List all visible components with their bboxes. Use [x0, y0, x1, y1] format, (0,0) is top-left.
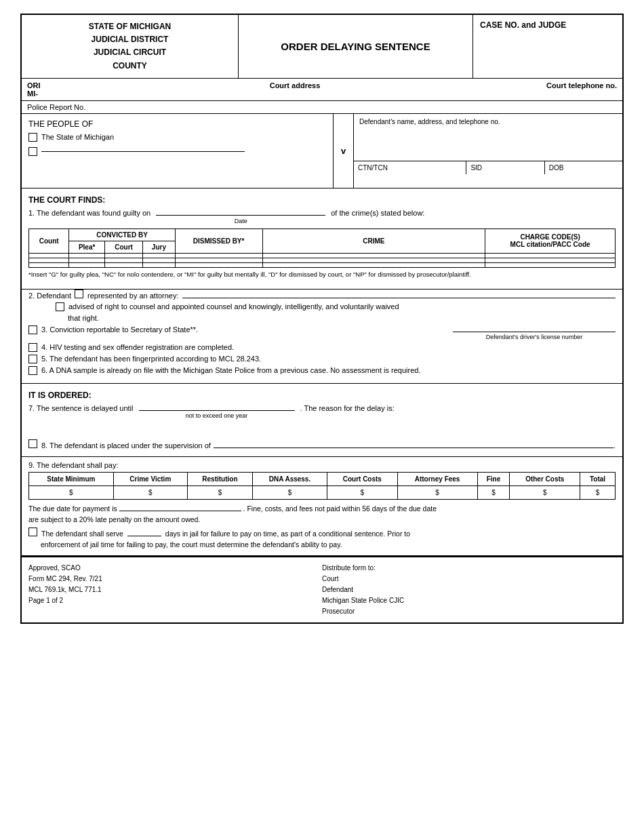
ori-row: ORI MI- Court address Court telephone no… [22, 79, 622, 101]
item8-checkbox[interactable] [28, 439, 37, 448]
item5-checkbox[interactable] [28, 355, 37, 363]
item4-checkbox[interactable] [28, 343, 37, 352]
people-defendant-row: THE PEOPLE OF The State of Michigan v De… [22, 114, 622, 188]
court-cell[interactable] [105, 253, 143, 258]
police-report-label: Police Report No. [27, 103, 85, 111]
payment-jail-line: The defendant shall serve days in jail f… [28, 528, 616, 538]
judicial-district-label: JUDICIAL DISTRICT [28, 33, 231, 46]
crime-cell[interactable] [262, 262, 485, 267]
finding-item6: 6. A DNA sample is already on file with … [28, 366, 616, 375]
jail-checkbox[interactable] [28, 528, 37, 536]
jury-header: Jury [143, 241, 176, 253]
defendant-info-field: Defendant's name, address, and telephone… [354, 114, 622, 161]
state-min-cell[interactable]: $ [29, 485, 114, 499]
mcl-label: MCL 769.1k, MCL 771.1 [28, 584, 322, 595]
ori-block: ORI MI- [27, 81, 81, 98]
dna-assess-cell[interactable]: $ [252, 485, 327, 499]
finding-item4: 4. HIV testing and sex offender registra… [28, 343, 616, 352]
attorney-name-field[interactable] [182, 298, 616, 298]
ordered-item8: 8. The defendant is placed under the sup… [28, 439, 616, 450]
item8-period: . [613, 441, 616, 450]
payment-note: The due date for payment is . Fine, cost… [28, 504, 616, 525]
state-min-header: State Minimum [29, 472, 114, 485]
ordered-section: IT IS ORDERED: 7. The sentence is delaye… [22, 384, 622, 457]
count-cell[interactable] [29, 253, 69, 258]
enforcement-line: enforcement of jail time for failing to … [41, 540, 616, 549]
jail-prefix: The defendant shall serve [41, 530, 123, 538]
dl-number-field[interactable] [453, 332, 616, 332]
penalty-line: are subject to a 20% late penalty on the… [28, 515, 200, 523]
jury-cell[interactable] [143, 253, 176, 258]
defendant-label: Defendant [322, 584, 616, 595]
form-label: Form MC 294, Rev. 7/21 [28, 574, 322, 584]
plea-cell[interactable] [69, 253, 105, 258]
other-costs-header: Other Costs [510, 472, 580, 485]
other-costs-cell[interactable]: $ [510, 485, 580, 499]
that-right-text: that right. [68, 314, 99, 322]
defendant-bottom-row: CTN/TCN SID DOB [354, 161, 622, 174]
court-finds-section: THE COURT FINDS: 1. The defendant was fo… [22, 188, 622, 290]
fine-cell[interactable]: $ [477, 485, 510, 499]
other-plaintiff-checkbox[interactable] [28, 147, 37, 156]
page-label: Page 1 of 2 [28, 595, 322, 606]
jury-cell[interactable] [143, 262, 176, 267]
total-cell[interactable]: $ [580, 485, 616, 499]
item7-suffix: . The reason for the delay is: [300, 404, 395, 412]
defendant-col: Defendant's name, address, and telephone… [354, 114, 622, 188]
plea-cell[interactable] [69, 262, 105, 267]
attorney-fees-header: Attorney Fees [397, 472, 477, 485]
defendant-info-label: Defendant's name, address, and telephone… [359, 118, 500, 125]
supervision-field[interactable] [214, 448, 613, 448]
crime-cell[interactable] [262, 258, 485, 262]
charge-code-cell[interactable] [485, 258, 616, 262]
item2-checkbox[interactable] [75, 290, 83, 298]
due-date-prefix: The due date for payment is [28, 504, 117, 513]
crime-cell[interactable] [262, 253, 485, 258]
finding-item3: 3. Conviction reportable to Secretary of… [28, 325, 616, 340]
payment-row: $ $ $ $ $ $ $ $ $ [29, 485, 616, 499]
court-costs-cell[interactable]: $ [327, 485, 398, 499]
item1-date-field[interactable] [156, 215, 325, 216]
court-cell[interactable] [105, 262, 143, 267]
charge-code-cell[interactable] [485, 262, 616, 267]
state-michigan-checkbox[interactable] [28, 133, 37, 142]
ordered-title: IT IS ORDERED: [28, 391, 616, 400]
crime-table-footnote: *Insert "G" for guilty plea, "NC" for no… [28, 271, 616, 278]
prosecutor-label: Prosecutor [322, 606, 616, 617]
charge-code-cell[interactable] [485, 253, 616, 258]
court-costs-header: Court Costs [327, 472, 398, 485]
item1-suffix: of the crime(s) stated below: [331, 209, 424, 217]
count-cell[interactable] [29, 258, 69, 262]
restitution-cell[interactable]: $ [187, 485, 252, 499]
due-date-field[interactable] [119, 511, 241, 511]
dismissed-cell[interactable] [175, 258, 262, 262]
plea-cell[interactable] [69, 258, 105, 262]
item6-checkbox[interactable] [28, 366, 37, 375]
footer-right: Distribute form to: Court Defendant Mich… [322, 563, 616, 617]
count-cell[interactable] [29, 262, 69, 267]
table-row [29, 262, 616, 267]
footer: Approved, SCAO Form MC 294, Rev. 7/21 MC… [22, 556, 622, 622]
crime-victim-cell[interactable]: $ [113, 485, 187, 499]
attorney-fees-cell[interactable]: $ [397, 485, 477, 499]
item4-text: 4. HIV testing and sex offender registra… [41, 343, 234, 351]
findings-section: 2. Defendant represented by an attorney:… [22, 290, 622, 384]
charge-codes-header: CHARGE CODE(S) MCL citation/PACC Code [485, 229, 616, 253]
court-cell[interactable] [105, 258, 143, 262]
dismissed-cell[interactable] [175, 253, 262, 258]
jury-cell[interactable] [143, 258, 176, 262]
mi-state-police-label: Michigan State Police CJIC [322, 595, 616, 606]
dismissed-cell[interactable] [175, 262, 262, 267]
court-finds-title: THE COURT FINDS: [28, 195, 616, 205]
state-michigan-label: STATE OF MICHIGAN [28, 20, 231, 33]
item2-prefix: 2. Defendant [28, 292, 71, 300]
advised-checkbox[interactable] [56, 302, 64, 311]
item3-left: 3. Conviction reportable to Secretary of… [28, 325, 198, 334]
sid-label: SID [470, 164, 482, 172]
other-plaintiff-field[interactable] [41, 151, 245, 152]
ctn-label: CTN/TCN [358, 164, 388, 172]
sentence-date-field[interactable] [139, 410, 295, 411]
jail-days-field[interactable] [127, 536, 161, 536]
finding-item2: 2. Defendant represented by an attorney:… [28, 290, 616, 322]
item3-checkbox[interactable] [28, 325, 37, 334]
